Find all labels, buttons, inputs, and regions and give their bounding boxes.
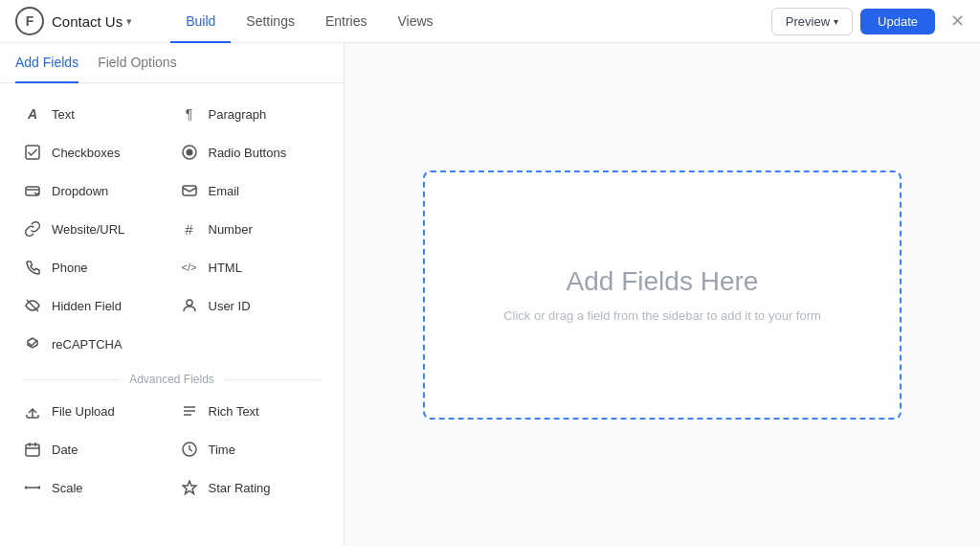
field-scale[interactable]: Scale xyxy=(15,468,172,507)
hidden-icon xyxy=(23,296,42,315)
field-phone[interactable]: Phone xyxy=(15,248,172,286)
field-text[interactable]: A Text xyxy=(15,95,172,133)
field-website-label: Website/URL xyxy=(52,222,124,237)
field-hidden-label: Hidden Field xyxy=(52,299,122,313)
advanced-label: Advanced Fields xyxy=(129,373,214,386)
phone-icon xyxy=(23,258,42,277)
tab-add-fields[interactable]: Add Fields xyxy=(15,43,78,83)
field-text-label: Text xyxy=(52,107,75,122)
number-icon: # xyxy=(180,219,199,239)
main-layout: Add Fields Field Options A Text ¶ Paragr… xyxy=(0,43,980,546)
svg-rect-0 xyxy=(26,146,39,159)
field-email[interactable]: Email xyxy=(172,171,329,210)
form-canvas: Add Fields Here Click or drag a field fr… xyxy=(345,43,980,546)
update-button[interactable]: Update xyxy=(860,9,935,34)
upload-icon xyxy=(23,401,42,421)
field-userid[interactable]: User ID xyxy=(172,286,329,325)
html-icon: </> xyxy=(180,258,199,277)
drop-zone-title: Add Fields Here xyxy=(567,266,759,297)
preview-label: Preview xyxy=(786,14,830,29)
field-html[interactable]: </> HTML xyxy=(172,248,329,286)
svg-point-2 xyxy=(186,149,192,156)
sidebar: Add Fields Field Options A Text ¶ Paragr… xyxy=(0,43,345,546)
svg-point-18 xyxy=(25,487,28,489)
field-rich-text-label: Rich Text xyxy=(209,404,259,419)
field-time[interactable]: Time xyxy=(172,430,329,468)
field-file-upload-label: File Upload xyxy=(52,404,115,419)
scale-icon xyxy=(23,478,42,497)
radio-icon xyxy=(180,143,199,162)
field-number[interactable]: # Number xyxy=(172,210,329,248)
svg-marker-20 xyxy=(183,481,196,494)
field-html-label: HTML xyxy=(209,261,242,275)
basic-fields-section: A Text ¶ Paragraph Checkboxes xyxy=(0,83,344,511)
field-star-rating-label: Star Rating xyxy=(209,481,271,495)
form-title-text: Contact Us xyxy=(52,13,122,30)
userid-icon xyxy=(180,296,199,315)
sidebar-tabs: Add Fields Field Options xyxy=(0,43,344,83)
field-date[interactable]: Date xyxy=(15,430,172,468)
field-radio[interactable]: Radio Buttons xyxy=(172,133,329,171)
preview-caret-icon: ▾ xyxy=(834,16,838,27)
svg-point-19 xyxy=(38,487,41,489)
field-dropdown-label: Dropdown xyxy=(52,184,108,198)
drop-zone-subtitle: Click or drag a field from the sidebar t… xyxy=(503,308,821,323)
top-bar-actions: Preview ▾ Update ✕ xyxy=(771,8,965,35)
top-nav: Build Settings Entries Views xyxy=(170,0,771,42)
field-scale-label: Scale xyxy=(52,481,83,495)
svg-rect-5 xyxy=(183,186,196,195)
paragraph-icon: ¶ xyxy=(180,104,199,124)
nav-settings[interactable]: Settings xyxy=(231,0,310,43)
rich-text-icon xyxy=(180,401,199,421)
field-paragraph-label: Paragraph xyxy=(209,107,267,122)
time-icon xyxy=(180,440,199,459)
svg-point-7 xyxy=(187,300,192,306)
field-phone-label: Phone xyxy=(52,261,88,275)
field-checkboxes-label: Checkboxes xyxy=(52,146,121,160)
top-bar: F Contact Us ▾ Build Settings Entries Vi… xyxy=(0,0,980,43)
email-icon xyxy=(180,181,199,200)
dropdown-icon xyxy=(23,181,42,200)
field-file-upload[interactable]: File Upload xyxy=(15,392,172,430)
checkbox-icon xyxy=(23,143,42,162)
field-number-label: Number xyxy=(209,222,253,237)
advanced-divider: Advanced Fields xyxy=(15,363,328,392)
field-rich-text[interactable]: Rich Text xyxy=(172,392,329,430)
field-star-rating[interactable]: Star Rating xyxy=(172,468,329,507)
field-website[interactable]: Website/URL xyxy=(15,210,172,248)
svg-rect-12 xyxy=(26,444,39,456)
nav-entries[interactable]: Entries xyxy=(310,0,383,43)
tab-field-options[interactable]: Field Options xyxy=(98,43,176,83)
nav-build[interactable]: Build xyxy=(170,0,231,43)
app-logo: F xyxy=(15,7,44,35)
star-icon xyxy=(180,478,199,497)
field-date-label: Date xyxy=(52,443,78,457)
field-email-label: Email xyxy=(209,184,240,198)
field-dropdown[interactable]: Dropdown xyxy=(15,171,172,210)
title-caret-icon: ▾ xyxy=(126,15,132,28)
field-recaptcha-label: reCAPTCHA xyxy=(52,337,122,352)
field-checkboxes[interactable]: Checkboxes xyxy=(15,133,172,171)
field-time-label: Time xyxy=(209,443,235,457)
form-title[interactable]: Contact Us ▾ xyxy=(52,13,132,30)
date-icon xyxy=(23,440,42,459)
drop-zone[interactable]: Add Fields Here Click or drag a field fr… xyxy=(423,171,902,420)
field-radio-label: Radio Buttons xyxy=(209,146,287,160)
field-recaptcha[interactable]: reCAPTCHA xyxy=(15,325,172,363)
field-hidden[interactable]: Hidden Field xyxy=(15,286,172,325)
link-icon xyxy=(23,219,42,239)
text-icon: A xyxy=(23,104,42,124)
preview-button[interactable]: Preview ▾ xyxy=(771,8,853,35)
recaptcha-icon xyxy=(23,334,42,353)
close-button[interactable]: ✕ xyxy=(950,11,965,32)
field-userid-label: User ID xyxy=(209,299,251,313)
field-paragraph[interactable]: ¶ Paragraph xyxy=(172,95,329,133)
basic-fields-grid: A Text ¶ Paragraph Checkboxes xyxy=(15,95,328,507)
nav-views[interactable]: Views xyxy=(383,0,449,43)
